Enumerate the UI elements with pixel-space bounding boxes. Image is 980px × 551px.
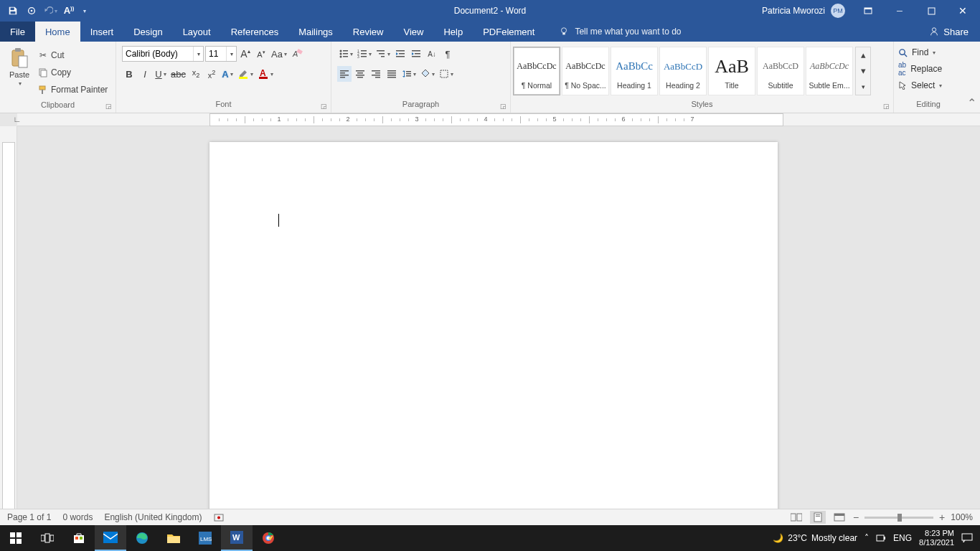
page-indicator[interactable]: Page 1 of 1 [7,512,51,522]
zoom-out-button[interactable]: − [853,512,859,523]
ime-indicator[interactable]: ENG [893,533,912,543]
numbering-button[interactable]: 123▾ [356,46,373,62]
font-launcher[interactable]: ◲ [319,103,328,111]
language-indicator[interactable]: English (United Kingdom) [104,512,202,522]
tab-references[interactable]: References [221,22,288,42]
collapse-ribbon-button[interactable]: ⌃ [963,42,980,113]
multilevel-list-button[interactable]: ▾ [374,46,392,62]
paragraph-launcher[interactable]: ◲ [499,103,507,111]
increase-indent-button[interactable] [409,46,423,62]
macro-recorder-button[interactable] [214,512,224,522]
zoom-slider[interactable] [864,517,933,519]
zoom-in-button[interactable]: + [939,512,945,523]
shrink-font-button[interactable]: A▾ [254,46,268,62]
strikethrough-button[interactable]: abc [169,66,187,82]
format-painter-button[interactable]: Format Painter [37,82,108,98]
bullets-button[interactable]: ▾ [337,46,354,62]
tab-view[interactable]: View [393,22,433,42]
close-button[interactable]: ✕ [948,0,977,22]
styles-scroll-down-button[interactable]: ▾ [856,63,870,79]
read-aloud-button[interactable]: A)) [60,2,77,19]
style-heading-2[interactable]: AaBbCcDHeading 2 [659,47,707,95]
style--no-spac-[interactable]: AaBbCcDc¶ No Spac... [562,47,609,95]
tray-overflow-button[interactable]: ˄ [864,533,869,543]
tab-selector[interactable]: ∟ [12,114,22,124]
tab-review[interactable]: Review [343,22,394,42]
paste-button[interactable]: Paste ▾ [4,44,34,90]
underline-button[interactable]: U▾ [154,66,168,82]
select-button[interactable]: Select▾ [895,77,945,93]
tray-clock[interactable]: 8:23 PM 8/13/2021 [919,529,954,547]
align-left-button[interactable] [337,66,352,82]
tray-power-icon[interactable] [876,534,886,542]
start-button[interactable] [0,525,32,551]
tab-pdfelement[interactable]: PDFelement [473,22,545,42]
tab-mailings[interactable]: Mailings [288,22,343,42]
superscript-button[interactable]: x2 [204,66,219,82]
show-marks-button[interactable]: ¶ [440,46,455,62]
font-size-select[interactable]: 11▾ [205,46,237,62]
tab-file[interactable]: File [0,22,35,42]
share-button[interactable]: Share [918,22,980,42]
task-view-button[interactable] [32,525,63,551]
minimize-button[interactable]: ─ [885,0,914,22]
align-center-button[interactable] [353,66,367,82]
styles-scroll-up-button[interactable]: ▴ [856,47,870,63]
grow-font-button[interactable]: A▴ [238,46,253,62]
taskbar-app-word[interactable]: W [221,525,253,551]
style-subtle-em-[interactable]: AaBbCcDcSubtle Em... [806,47,853,95]
word-count[interactable]: 0 words [62,512,93,522]
decrease-indent-button[interactable] [393,46,407,62]
zoom-level[interactable]: 100% [951,512,973,522]
taskbar-app-chrome[interactable] [253,525,284,551]
undo-button[interactable]: ▾ [42,2,59,19]
subscript-button[interactable]: x2 [189,66,203,82]
copy-button[interactable]: Copy [37,65,108,80]
highlight-button[interactable]: ▾ [236,66,255,82]
maximize-button[interactable] [917,0,946,22]
print-layout-button[interactable] [810,511,826,524]
tell-me-search[interactable]: Tell me what you want to do [545,22,681,42]
align-right-button[interactable] [369,66,383,82]
taskbar-app-lms[interactable]: LMS [189,525,221,551]
tab-design[interactable]: Design [123,22,172,42]
vertical-ruler[interactable] [0,126,17,529]
styles-expand-button[interactable]: ▾ [856,79,870,95]
replace-button[interactable]: abacReplace [895,61,945,77]
web-layout-button[interactable] [831,511,847,524]
taskbar-app-explorer[interactable] [158,525,189,551]
action-center-button[interactable] [961,533,973,543]
styles-launcher[interactable]: ◲ [882,103,890,111]
document-area[interactable] [17,126,980,529]
borders-button[interactable]: ▾ [438,66,455,82]
tab-help[interactable]: Help [433,22,473,42]
shading-button[interactable]: ▾ [419,66,436,82]
horizontal-ruler[interactable]: ∟ 1234567 [17,113,980,126]
zoom-slider-thumb[interactable] [897,514,902,522]
find-button[interactable]: Find▾ [895,44,938,60]
justify-button[interactable] [385,66,399,82]
clipboard-launcher[interactable]: ◲ [104,103,113,111]
account-avatar[interactable]: PM [831,4,845,18]
tab-layout[interactable]: Layout [173,22,221,42]
ribbon-display-options-button[interactable] [854,0,882,22]
bold-button[interactable]: B [122,66,136,82]
touch-mode-button[interactable] [23,2,40,19]
style-subtitle[interactable]: AaBbCcDSubtitle [757,47,804,95]
style-heading-1[interactable]: AaBbCcHeading 1 [611,47,658,95]
change-case-button[interactable]: Aa▾ [270,46,288,62]
sort-button[interactable]: A↓ [425,46,439,62]
save-button[interactable] [4,2,22,19]
read-mode-button[interactable] [788,511,804,524]
style--normal[interactable]: AaBbCcDc¶ Normal [513,47,560,95]
qat-customize-button[interactable]: ▾ [79,2,89,19]
cut-button[interactable]: ✂Cut [37,47,108,63]
account-name[interactable]: Patricia Mworozi [762,6,825,16]
text-effects-button[interactable]: A▾ [220,66,235,82]
taskbar-app-edge[interactable] [126,525,158,551]
taskbar-app-mail[interactable] [95,525,126,551]
line-spacing-button[interactable]: ▾ [400,66,418,82]
italic-button[interactable]: I [138,66,152,82]
tab-insert[interactable]: Insert [80,22,124,42]
taskbar-app-store[interactable] [63,525,95,551]
